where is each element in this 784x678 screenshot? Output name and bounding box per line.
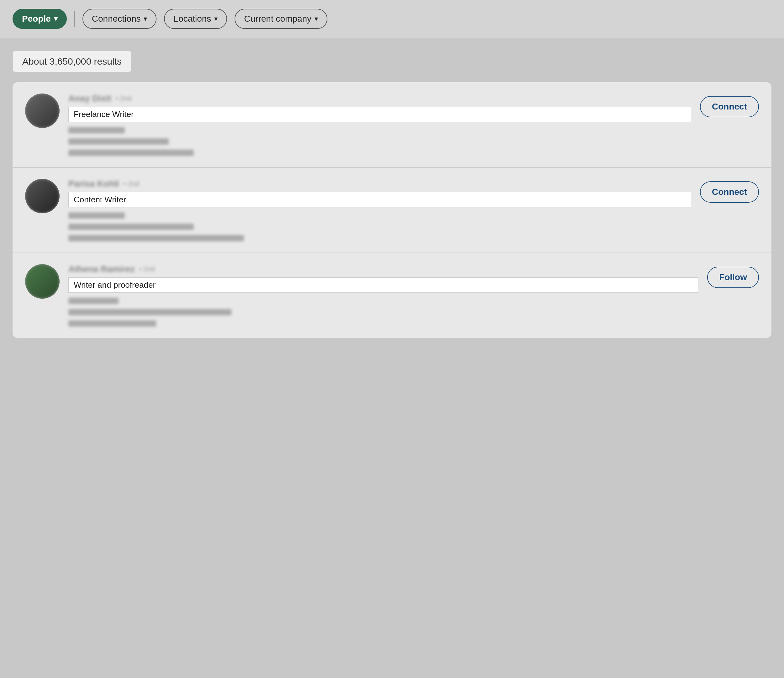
connections-chevron-icon: ▾ [144, 15, 147, 23]
table-row: Athena Ramirez • 2nd Writer and proofrea… [12, 252, 772, 338]
connections-filter-button[interactable]: Connections ▾ [82, 9, 157, 29]
follow-action-area: Follow [707, 264, 759, 288]
avatar[interactable] [25, 179, 59, 214]
people-label: People [22, 14, 51, 24]
person-location [68, 212, 125, 219]
person-info: Parisa Kohli • 2nd Content Writer [68, 179, 691, 241]
connect-action-area: Connect [700, 179, 759, 203]
avatar-image [25, 179, 59, 214]
table-row: Anay Dixit • 2nd Freelance Writer Connec… [12, 82, 772, 167]
person-info: Anay Dixit • 2nd Freelance Writer [68, 94, 691, 156]
person-name-row: Parisa Kohli • 2nd [68, 179, 691, 189]
locations-chevron-icon: ▾ [214, 15, 218, 23]
person-mutual-detail [68, 150, 194, 156]
person-mutual [68, 224, 194, 230]
person-info: Athena Ramirez • 2nd Writer and proofrea… [68, 264, 698, 327]
results-count-text: About 3,650,000 results [22, 56, 122, 67]
person-location [68, 298, 118, 304]
filter-bar: People ▾ Connections ▾ Locations ▾ Curre… [0, 0, 784, 38]
person-degree: • 2nd [124, 180, 140, 188]
connect-button[interactable]: Connect [700, 96, 759, 117]
person-mutual [68, 138, 169, 145]
person-location [68, 127, 125, 133]
connect-button-2[interactable]: Connect [700, 181, 759, 203]
follow-button[interactable]: Follow [707, 267, 759, 288]
person-title: Content Writer [68, 192, 691, 207]
person-name[interactable]: Athena Ramirez [68, 264, 135, 274]
main-content: About 3,650,000 results Anay Dixit • 2nd… [0, 38, 784, 338]
avatar-image [25, 94, 59, 128]
connect-action-area: Connect [700, 94, 759, 117]
person-name[interactable]: Anay Dixit [68, 94, 111, 103]
current-company-label: Current company [244, 14, 311, 24]
avatar[interactable] [25, 264, 59, 299]
results-card: Anay Dixit • 2nd Freelance Writer Connec… [12, 82, 772, 338]
person-extra [68, 235, 244, 241]
person-extra-2 [68, 320, 156, 327]
person-name-row: Anay Dixit • 2nd [68, 94, 691, 103]
results-count: About 3,650,000 results [12, 51, 131, 72]
locations-filter-button[interactable]: Locations ▾ [164, 9, 227, 29]
person-title: Writer and proofreader [68, 277, 698, 293]
avatar[interactable] [25, 94, 59, 128]
current-company-filter-button[interactable]: Current company ▾ [235, 9, 327, 29]
people-filter-button[interactable]: People ▾ [12, 9, 67, 29]
person-name[interactable]: Parisa Kohli [68, 179, 119, 189]
person-name-row: Athena Ramirez • 2nd [68, 264, 698, 274]
person-degree: • 2nd [139, 265, 155, 273]
person-title: Freelance Writer [68, 107, 691, 122]
people-chevron-icon: ▾ [54, 15, 58, 23]
person-extra [68, 309, 232, 315]
filter-divider [74, 11, 75, 26]
table-row: Parisa Kohli • 2nd Content Writer Connec… [12, 167, 772, 252]
current-company-chevron-icon: ▾ [314, 15, 318, 23]
avatar-image [25, 264, 59, 299]
connections-label: Connections [92, 14, 141, 24]
person-degree: • 2nd [116, 94, 132, 103]
locations-label: Locations [173, 14, 211, 24]
